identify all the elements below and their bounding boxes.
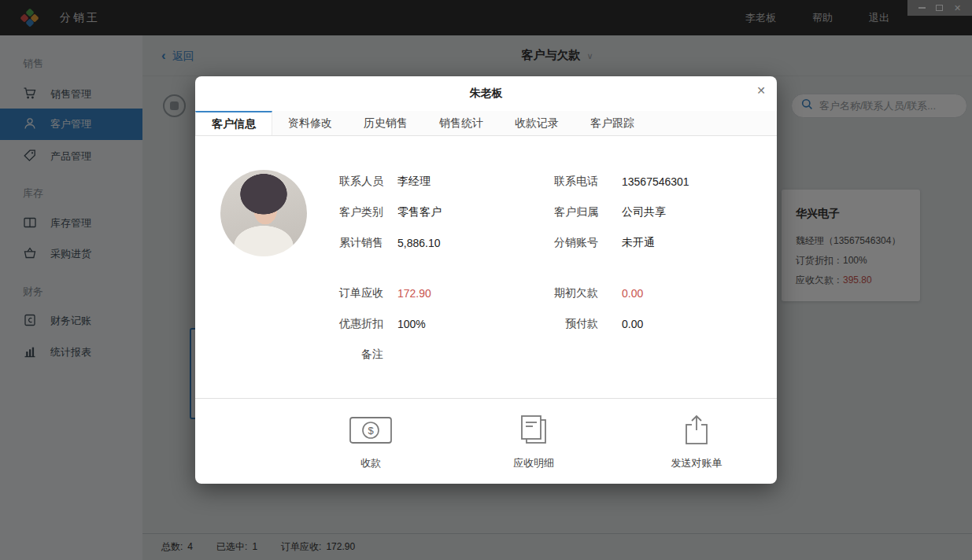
share-icon bbox=[674, 414, 719, 446]
info-column-left-bottom: 订单应收172.90 优惠折扣100% 备注 bbox=[317, 278, 431, 370]
tab-sales-history[interactable]: 历史销售 bbox=[348, 111, 423, 135]
field-phone: 联系电话13567546301 bbox=[532, 166, 689, 197]
tab-payment-records[interactable]: 收款记录 bbox=[499, 111, 575, 135]
field-contact-person: 联系人员李经理 bbox=[317, 166, 442, 197]
tab-edit-profile[interactable]: 资料修改 bbox=[272, 111, 348, 135]
info-column-right-bottom: 期初欠款0.00 预付款0.00 bbox=[532, 278, 643, 339]
tab-customer-info[interactable]: 客户信息 bbox=[195, 111, 272, 135]
field-discount: 优惠折扣100% bbox=[317, 308, 431, 339]
documents-icon bbox=[512, 414, 556, 446]
tab-customer-follow[interactable]: 客户跟踪 bbox=[575, 111, 650, 135]
field-initial-debt: 期初欠款0.00 bbox=[532, 278, 643, 308]
send-statement-button[interactable]: 发送对账单 bbox=[653, 414, 740, 470]
info-column-left-top: 联系人员李经理 客户类别零售客户 累计销售5,886.10 bbox=[317, 166, 442, 258]
cash-icon: $ bbox=[349, 414, 393, 446]
customer-avatar bbox=[220, 170, 307, 256]
modal-title: 朱老板 bbox=[195, 76, 777, 101]
field-ownership: 客户归属公司共享 bbox=[532, 197, 689, 227]
field-customer-type: 客户类别零售客户 bbox=[317, 197, 442, 227]
modal-close-icon[interactable]: ✕ bbox=[756, 84, 766, 97]
field-distribution-account: 分销账号未开通 bbox=[532, 227, 689, 258]
field-prepayment: 预付款0.00 bbox=[532, 308, 643, 339]
field-total-sales: 累计销售5,886.10 bbox=[317, 227, 442, 258]
modal-body: 联系人员李经理 客户类别零售客户 累计销售5,886.10 订单应收172.90… bbox=[195, 136, 777, 399]
receivable-detail-button[interactable]: 应收明细 bbox=[490, 414, 577, 470]
customer-detail-modal: 朱老板 ✕ 客户信息 资料修改 历史销售 销售统计 收款记录 客户跟踪 联系人员… bbox=[195, 76, 777, 484]
field-order-receivable: 订单应收172.90 bbox=[317, 278, 431, 308]
svg-text:$: $ bbox=[368, 425, 374, 437]
tab-sales-stats[interactable]: 销售统计 bbox=[423, 111, 499, 135]
info-column-right-top: 联系电话13567546301 客户归属公司共享 分销账号未开通 bbox=[532, 166, 689, 258]
collect-payment-button[interactable]: $ 收款 bbox=[327, 414, 414, 470]
modal-tabs: 客户信息 资料修改 历史销售 销售统计 收款记录 客户跟踪 bbox=[195, 111, 777, 136]
modal-footer: $ 收款 应收明细 发送对账单 bbox=[195, 398, 777, 484]
field-remark: 备注 bbox=[317, 339, 431, 370]
